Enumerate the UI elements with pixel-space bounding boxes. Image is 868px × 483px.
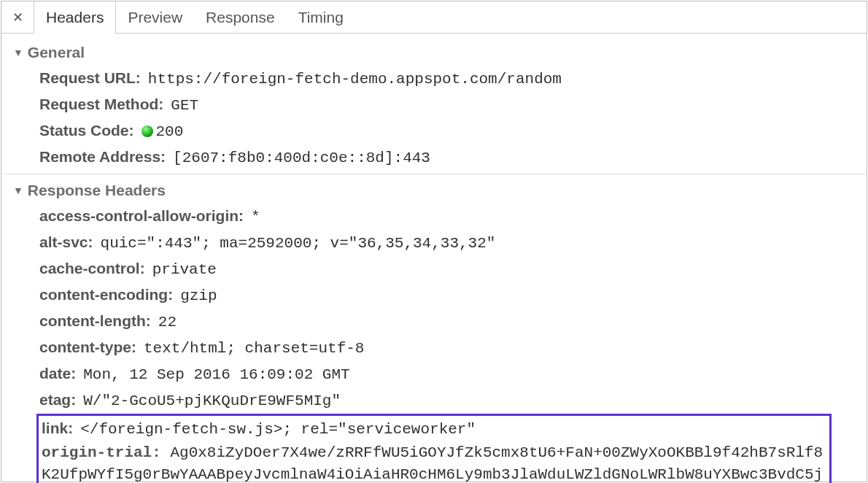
- tab-preview[interactable]: Preview: [116, 1, 194, 33]
- label-content-encoding: content-encoding:: [39, 284, 173, 306]
- value-alt-svc: quic=":443"; ma=2592000; v="36,35,34,33,…: [101, 233, 496, 255]
- row-status-code: Status Code: 200: [3, 118, 865, 144]
- row-link: link: </foreign-fetch-sw.js>; rel="servi…: [42, 416, 826, 442]
- row-remote-address: Remote Address: [2607:f8b0:400d:c0e::8d]…: [3, 144, 865, 171]
- section-general-title: General: [28, 44, 85, 61]
- row-request-url: Request URL: https://foreign-fetch-demo.…: [3, 66, 865, 92]
- value-acao: *: [251, 206, 260, 228]
- tab-response[interactable]: Response: [194, 1, 287, 33]
- label-acao: access-control-allow-origin:: [39, 205, 244, 227]
- label-alt-svc: alt-svc:: [39, 231, 93, 253]
- row-cache-control: cache-control: private: [3, 256, 865, 282]
- value-request-url: https://foreign-fetch-demo.appspot.com/r…: [148, 69, 562, 90]
- label-status-code: Status Code:: [39, 120, 134, 142]
- label-request-url: Request URL:: [39, 67, 141, 89]
- value-content-length: 22: [158, 312, 177, 333]
- label-content-length: content-length:: [39, 310, 151, 332]
- tab-headers[interactable]: Headers: [34, 1, 116, 34]
- label-origin-trial: origin-trial:: [42, 444, 161, 461]
- label-date: date:: [39, 363, 76, 385]
- chevron-down-icon: ▼: [13, 185, 23, 196]
- row-content-type: content-type: text/html; charset=utf-8: [3, 335, 865, 361]
- close-icon[interactable]: ✕: [1, 1, 34, 33]
- section-general-header[interactable]: ▼ General: [3, 36, 865, 66]
- label-request-method: Request Method:: [39, 93, 163, 115]
- label-etag: etag:: [39, 389, 76, 411]
- value-link: </foreign-fetch-sw.js>; rel="servicework…: [80, 419, 476, 441]
- row-date: date: Mon, 12 Sep 2016 16:09:02 GMT: [3, 361, 865, 387]
- chevron-down-icon: ▼: [13, 47, 23, 58]
- tab-timing[interactable]: Timing: [287, 1, 355, 33]
- row-alt-svc: alt-svc: quic=":443"; ma=2592000; v="36,…: [3, 230, 865, 256]
- content-area: ▼ General Request URL: https://foreign-f…: [1, 34, 867, 483]
- value-cache-control: private: [152, 259, 217, 281]
- row-acao: access-control-allow-origin: *: [3, 204, 865, 230]
- label-link: link:: [42, 417, 73, 439]
- section-response-headers-header[interactable]: ▼ Response Headers: [3, 174, 865, 204]
- highlight-box: link: </foreign-fetch-sw.js>; rel="servi…: [36, 414, 832, 483]
- row-origin-trial: origin-trial: Ag0x8iZyDOer7X4we/zRRFfWU5…: [42, 442, 826, 483]
- value-content-type: text/html; charset=utf-8: [144, 338, 364, 360]
- value-date: Mon, 12 Sep 2016 16:09:02 GMT: [83, 364, 349, 386]
- status-code-text: 200: [156, 123, 184, 140]
- status-dot-icon: [142, 125, 153, 137]
- label-cache-control: cache-control:: [39, 258, 145, 279]
- row-content-length: content-length: 22: [3, 309, 865, 335]
- value-content-encoding: gzip: [180, 285, 217, 307]
- label-content-type: content-type:: [39, 336, 136, 358]
- row-content-encoding: content-encoding: gzip: [3, 282, 865, 309]
- row-etag: etag: W/"2-GcoU5+pjKKQuDrE9WF5MIg": [3, 387, 865, 414]
- value-request-method: GET: [171, 95, 198, 117]
- row-request-method: Request Method: GET: [3, 92, 865, 118]
- network-details-panel: ✕ Headers Preview Response Timing ▼ Gene…: [1, 1, 867, 482]
- tabbar: ✕ Headers Preview Response Timing: [1, 1, 867, 34]
- value-status-code: 200: [142, 121, 184, 143]
- value-remote-address: [2607:f8b0:400d:c0e::8d]:443: [173, 147, 430, 169]
- section-response-headers-title: Response Headers: [28, 182, 166, 199]
- label-remote-address: Remote Address:: [39, 146, 166, 168]
- value-etag: W/"2-GcoU5+pjKKQuDrE9WF5MIg": [83, 390, 341, 412]
